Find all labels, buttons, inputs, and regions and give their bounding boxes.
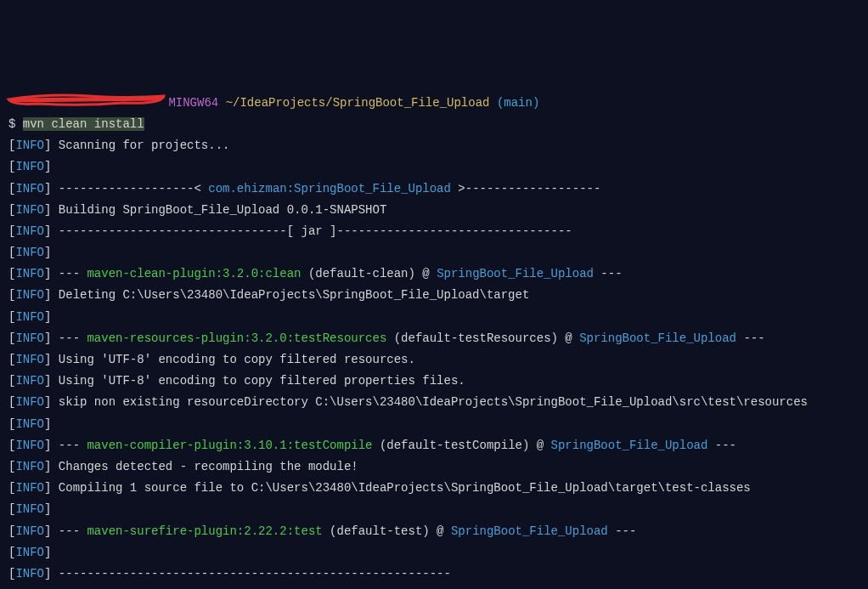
plugin-name: maven-resources-plugin:3.2.0:testResourc… xyxy=(87,331,386,345)
output-line: [INFO] -------------------< com.ehizman:… xyxy=(8,178,860,200)
output-line: [INFO] --------------------------------[… xyxy=(8,221,860,242)
info-label: INFO xyxy=(15,182,44,195)
output-line: [INFO] xyxy=(8,242,860,263)
output-line: [INFO] xyxy=(8,307,860,328)
output-line: [INFO] ---------------------------------… xyxy=(8,564,860,585)
output-line: [INFO] --- maven-resources-plugin:3.2.0:… xyxy=(8,328,860,349)
project-coords: com.ehizman:SpringBoot_File_Upload xyxy=(208,182,451,195)
plugin-name: maven-surefire-plugin:2.22.2:test xyxy=(87,524,322,538)
project-name: SpringBoot_File_Upload xyxy=(551,439,708,452)
output-line: [INFO] xyxy=(8,414,860,435)
info-label: INFO xyxy=(15,546,44,559)
info-label: INFO xyxy=(15,224,44,238)
command-line: $ mvn clean install xyxy=(8,114,860,135)
info-label: INFO xyxy=(15,160,44,173)
info-label: INFO xyxy=(15,374,44,388)
output-line: [INFO] Changes detected - recompiling th… xyxy=(8,456,860,478)
info-label: INFO xyxy=(15,460,44,473)
output-line: [INFO] Building SpringBoot_File_Upload 0… xyxy=(8,200,860,221)
plugin-name: maven-clean-plugin:3.2.0:clean xyxy=(87,267,301,280)
plugin-name: maven-compiler-plugin:3.10.1:testCompile xyxy=(87,439,372,452)
info-label: INFO xyxy=(15,524,44,538)
redacted-user xyxy=(8,96,161,110)
project-name: SpringBoot_File_Upload xyxy=(579,331,736,345)
output-line: [INFO] --- maven-surefire-plugin:2.22.2:… xyxy=(8,521,860,542)
info-label: INFO xyxy=(15,417,44,431)
output-line: [INFO] Compiling 1 source file to C:\Use… xyxy=(8,478,860,499)
shell-type: MINGW64 xyxy=(168,96,218,110)
git-branch: main xyxy=(504,96,533,110)
command-text: mvn clean install xyxy=(23,117,144,131)
info-label: INFO xyxy=(15,288,44,302)
project-name: SpringBoot_File_Upload xyxy=(437,267,594,280)
output-line: [INFO] Using 'UTF-8' encoding to copy fi… xyxy=(8,371,860,392)
info-label: INFO xyxy=(15,310,44,324)
output-line: [INFO] --- maven-compiler-plugin:3.10.1:… xyxy=(8,435,860,456)
info-label: INFO xyxy=(15,246,44,259)
output-line: [INFO] Scanning for projects... xyxy=(8,135,860,156)
info-label: INFO xyxy=(15,203,44,217)
info-label: INFO xyxy=(15,353,44,366)
info-label: INFO xyxy=(15,331,44,345)
output-line: [INFO] xyxy=(8,542,860,564)
info-label: INFO xyxy=(15,139,44,152)
output-line: [INFO] --- maven-clean-plugin:3.2.0:clea… xyxy=(8,263,860,285)
prompt-line: MINGW64 ~/IdeaProjects/SpringBoot_File_U… xyxy=(8,93,860,114)
cwd-path: ~/IdeaProjects/SpringBoot_File_Upload xyxy=(226,96,490,110)
info-label: INFO xyxy=(15,481,44,495)
output-line: [INFO] xyxy=(8,499,860,520)
info-label: INFO xyxy=(15,567,44,581)
terminal-output[interactable]: MINGW64 ~/IdeaProjects/SpringBoot_File_U… xyxy=(8,93,860,585)
output-line: [INFO] Deleting C:\Users\23480\IdeaProje… xyxy=(8,285,860,306)
output-line: [INFO] skip non existing resourceDirecto… xyxy=(8,392,860,413)
output-line: [INFO] Using 'UTF-8' encoding to copy fi… xyxy=(8,349,860,371)
project-name: SpringBoot_File_Upload xyxy=(451,524,608,538)
info-label: INFO xyxy=(15,502,44,516)
prompt-dollar: $ xyxy=(8,117,23,131)
output-line: [INFO] xyxy=(8,156,860,178)
info-label: INFO xyxy=(15,395,44,409)
info-label: INFO xyxy=(15,439,44,452)
info-label: INFO xyxy=(15,267,44,280)
branch-close: ) xyxy=(533,96,539,110)
